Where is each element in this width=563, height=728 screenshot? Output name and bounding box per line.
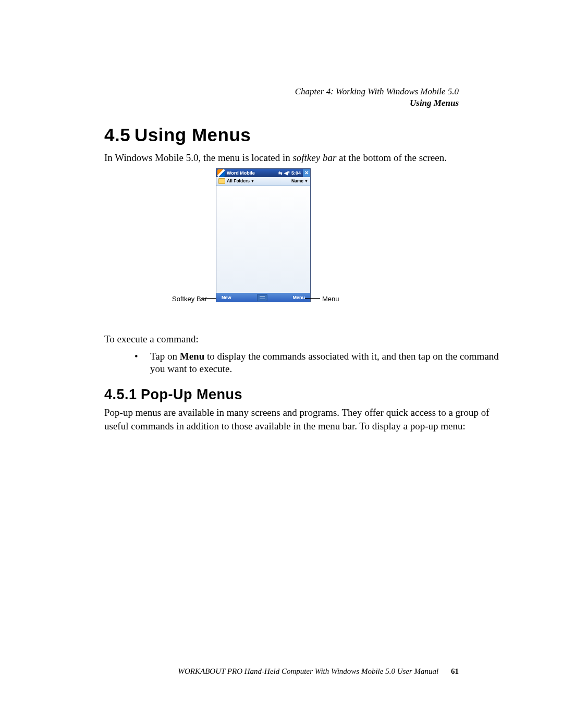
heading-4-5: 4.5Using Menus <box>104 122 500 147</box>
callout-softkey-bar-label: Softkey Bar <box>172 294 207 304</box>
intro-paragraph: In Windows Mobile 5.0, the menu is locat… <box>104 151 500 165</box>
wm-folder-dropdown: All Folders ▼ <box>218 178 254 184</box>
chevron-down-icon: ▼ <box>304 179 308 183</box>
section-line: Using Menus <box>295 97 459 109</box>
callout-line-right <box>305 298 320 299</box>
softkey-new: New <box>222 294 231 301</box>
bullet-marker: • <box>134 350 150 376</box>
softkey-menu: Menu <box>292 294 305 301</box>
chapter-line: Chapter 4: Working With Windows Mobile 5… <box>295 86 459 97</box>
start-flag-icon <box>217 169 225 177</box>
page-footer: WORKABOUT PRO Hand-Held Computer With Wi… <box>0 667 459 676</box>
popup-menus-paragraph: Pop-up menus are available in many scree… <box>104 406 500 433</box>
wm-status-area: ⇆ ◀ᴱ 5:04 <box>278 170 302 176</box>
page-number: 61 <box>451 667 459 675</box>
heading-4-5-1: 4.5.1Pop-Up Menus <box>104 385 500 404</box>
chevron-down-icon: ▼ <box>251 179 254 183</box>
wm-toolbar: All Folders ▼ Name ▼ <box>216 177 310 186</box>
wm-sort-dropdown: Name ▼ <box>291 178 308 184</box>
figure-word-mobile: Word Mobile ⇆ ◀ᴱ 5:04 ✕ All Folders ▼ <box>104 169 500 325</box>
connectivity-icon: ⇆ <box>278 170 283 176</box>
keyboard-icon <box>257 294 267 301</box>
manual-page: Chapter 4: Working With Windows Mobile 5… <box>0 0 563 728</box>
wm-time: 5:04 <box>291 170 301 176</box>
heading-title: Using Menus <box>134 125 251 145</box>
folder-icon <box>218 178 225 184</box>
bullet-text: Tap on Menu to display the commands asso… <box>150 350 500 376</box>
wm-softkey-bar: New Menu <box>216 293 310 302</box>
wm-file-list-area <box>216 186 310 293</box>
running-header: Chapter 4: Working With Windows Mobile 5… <box>295 86 459 109</box>
speaker-icon: ◀ᴱ <box>284 170 290 176</box>
close-icon: ✕ <box>303 169 310 177</box>
wm-app-title: Word Mobile <box>227 170 278 176</box>
bullet-list: • Tap on Menu to display the commands as… <box>104 350 500 376</box>
bullet-item: • Tap on Menu to display the commands as… <box>134 350 500 376</box>
subheading-title: Pop-Up Menus <box>141 387 242 402</box>
windows-mobile-screenshot: Word Mobile ⇆ ◀ᴱ 5:04 ✕ All Folders ▼ <box>216 169 310 302</box>
wm-titlebar: Word Mobile ⇆ ◀ᴱ 5:04 ✕ <box>216 169 310 177</box>
page-content: 4.5Using Menus In Windows Mobile 5.0, th… <box>104 122 500 433</box>
callout-menu-label: Menu <box>322 294 339 304</box>
callout-line-left <box>201 298 216 299</box>
subheading-number: 4.5.1 <box>104 385 141 404</box>
execute-intro: To execute a command: <box>104 332 500 346</box>
heading-number: 4.5 <box>104 122 134 147</box>
footer-text: WORKABOUT PRO Hand-Held Computer With Wi… <box>178 667 439 675</box>
